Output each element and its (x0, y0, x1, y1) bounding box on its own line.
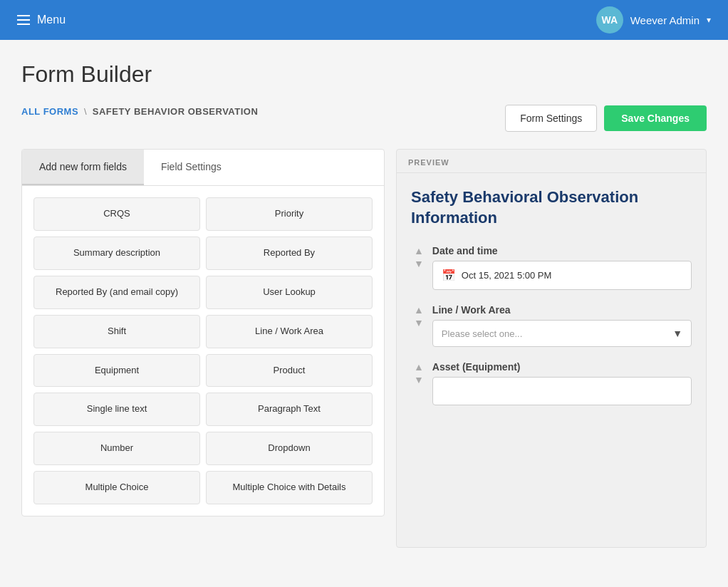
field-btn-dropdown[interactable]: Dropdown (206, 432, 373, 465)
tab-add-fields[interactable]: Add new form fields (22, 150, 144, 185)
datetime-field-content: Date and time 📅 Oct 15, 2021 5:00 PM (432, 245, 692, 290)
tabs: Add new form fields Field Settings (22, 150, 384, 186)
field-btn-priority[interactable]: Priority (206, 197, 373, 231)
breadcrumb-all-forms[interactable]: ALL FORMS (21, 106, 78, 117)
line-work-area-field-content: Line / Work Area Please select one... ▼ (432, 304, 692, 347)
datetime-arrows: ▲ ▼ (411, 245, 427, 269)
breadcrumb: ALL FORMS \ SAFETY BEHAVIOR OBSERVATION (21, 106, 258, 117)
breadcrumb-row: ALL FORMS \ SAFETY BEHAVIOR OBSERVATION … (21, 105, 707, 132)
asset-label: Asset (Equipment) (432, 361, 692, 373)
breadcrumb-separator: \ (84, 106, 87, 117)
field-grid: CRQS Priority Summary description Report… (22, 186, 384, 516)
field-btn-summary[interactable]: Summary description (33, 237, 200, 270)
field-btn-equipment[interactable]: Equipment (33, 354, 200, 388)
app-header: Menu WA Weever Admin ▾ (0, 0, 728, 40)
menu-label: Menu (37, 14, 66, 26)
content-layout: Add new form fields Field Settings CRQS … (21, 149, 707, 548)
line-work-area-up-arrow[interactable]: ▲ (411, 304, 427, 316)
user-name: Weever Admin (630, 14, 700, 26)
field-btn-multiple-choice[interactable]: Multiple Choice (33, 471, 200, 504)
calendar-icon: 📅 (442, 269, 456, 282)
field-btn-reported-by[interactable]: Reported By (206, 237, 373, 270)
menu-button[interactable]: Menu (17, 14, 66, 26)
datetime-label: Date and time (432, 245, 692, 256)
field-btn-single-line[interactable]: Single line text (33, 393, 200, 426)
field-btn-number[interactable]: Number (33, 432, 200, 465)
user-dropdown-arrow[interactable]: ▾ (707, 15, 711, 25)
preview-field-line-work-area: ▲ ▼ Line / Work Area Please select one..… (411, 304, 692, 347)
breadcrumb-current-form: SAFETY BEHAVIOR OBSERVATION (93, 106, 259, 117)
form-title-line2: Information (411, 209, 497, 227)
avatar: WA (596, 6, 623, 33)
preview-form-title: Safety Behavioral Observation Informatio… (411, 187, 692, 228)
select-dropdown-arrow: ▼ (672, 328, 682, 339)
tab-field-settings[interactable]: Field Settings (144, 150, 239, 185)
form-title-line1: Safety Behavioral Observation (411, 188, 638, 206)
line-work-area-label: Line / Work Area (432, 304, 692, 316)
asset-arrows: ▲ ▼ (411, 361, 427, 385)
form-settings-button[interactable]: Form Settings (505, 105, 597, 132)
user-area: WA Weever Admin ▾ (596, 6, 711, 33)
hamburger-icon (17, 15, 30, 25)
field-btn-user-lookup[interactable]: User Lookup (206, 276, 373, 309)
datetime-input[interactable]: 📅 Oct 15, 2021 5:00 PM (432, 261, 692, 290)
preview-label: PREVIEW (397, 150, 706, 173)
field-btn-line-work-area[interactable]: Line / Work Area (206, 315, 373, 348)
right-panel: PREVIEW Safety Behavioral Observation In… (396, 149, 707, 548)
asset-down-arrow[interactable]: ▼ (411, 374, 427, 385)
action-buttons: Form Settings Save Changes (505, 105, 707, 132)
field-btn-paragraph[interactable]: Paragraph Text (206, 393, 373, 426)
datetime-value: Oct 15, 2021 5:00 PM (462, 270, 551, 281)
asset-field-content: Asset (Equipment) (432, 361, 692, 405)
left-panel: Add new form fields Field Settings CRQS … (21, 149, 385, 516)
field-btn-multiple-choice-details[interactable]: Multiple Choice with Details (206, 471, 373, 504)
field-btn-crqs[interactable]: CRQS (33, 197, 200, 231)
line-work-area-select[interactable]: Please select one... ▼ (432, 320, 692, 347)
page-title: Form Builder (21, 61, 707, 88)
field-btn-product[interactable]: Product (206, 354, 373, 388)
main-content: Form Builder ALL FORMS \ SAFETY BEHAVIOR… (0, 40, 728, 569)
asset-up-arrow[interactable]: ▲ (411, 361, 427, 373)
preview-field-asset: ▲ ▼ Asset (Equipment) (411, 361, 692, 405)
preview-field-datetime: ▲ ▼ Date and time 📅 Oct 15, 2021 5:00 PM (411, 245, 692, 290)
field-btn-shift[interactable]: Shift (33, 315, 200, 348)
datetime-down-arrow[interactable]: ▼ (411, 258, 427, 269)
field-btn-reported-by-email[interactable]: Reported By (and email copy) (33, 276, 200, 309)
line-work-area-arrows: ▲ ▼ (411, 304, 427, 328)
datetime-up-arrow[interactable]: ▲ (411, 245, 427, 256)
save-changes-button[interactable]: Save Changes (604, 105, 707, 131)
preview-content: Safety Behavioral Observation Informatio… (397, 173, 706, 434)
asset-input[interactable] (432, 377, 692, 405)
line-work-area-down-arrow[interactable]: ▼ (411, 317, 427, 328)
select-placeholder: Please select one... (442, 328, 522, 339)
